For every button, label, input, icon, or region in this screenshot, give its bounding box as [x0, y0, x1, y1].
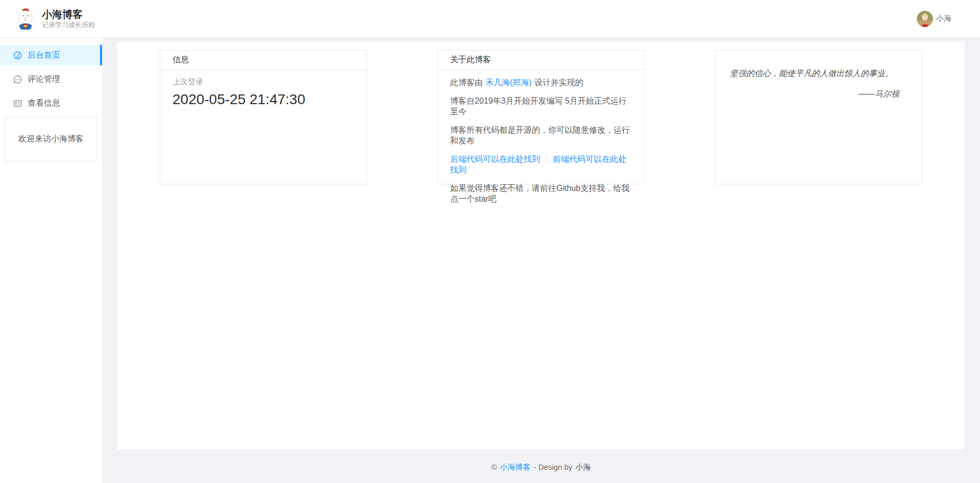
footer-site-link[interactable]: 小海博客 — [500, 463, 531, 472]
sidebar-item-dashboard[interactable]: 后台首页 — [0, 45, 102, 65]
sidebar-item-comments[interactable]: 评论管理 — [0, 69, 102, 89]
info-card-title: 信息 — [160, 51, 366, 70]
comment-icon — [13, 75, 22, 84]
cards-row: 信息 上次登录 2020-05-25 21:47:30 关于此博客 此博客由禾几… — [160, 50, 922, 184]
sidebar: 后台首页 评论管理 查看信息 — [0, 38, 102, 483]
sidebar-item-label: 查看信息 — [28, 98, 60, 109]
quote-author: ——马尔顿 — [730, 89, 908, 100]
copyright-symbol: © — [492, 463, 497, 471]
top-header: 小海博客 记录学习成长历程 小海 — [0, 0, 980, 38]
about-line-star: 如果觉得博客还不错，请前往Github支持我，给我点一个star吧 — [450, 183, 632, 204]
sidebar-item-info[interactable]: 查看信息 — [0, 93, 102, 113]
footer-middle-text: - Design by — [534, 463, 573, 471]
dashboard-icon — [13, 51, 22, 60]
main-layout: 后台首页 评论管理 查看信息 — [0, 38, 980, 483]
idcard-icon — [13, 99, 22, 108]
user-menu[interactable]: 小海 — [917, 11, 951, 27]
main-panel: 信息 上次登录 2020-05-25 21:47:30 关于此博客 此博客由禾几… — [117, 42, 965, 449]
welcome-text: 欢迎来访小海博客 — [18, 134, 84, 144]
backend-code-link[interactable]: 后端代码可以在此处找到 — [450, 155, 540, 163]
vertical-divider — [546, 156, 547, 163]
quote-card: 坚强的信心，能使平凡的人做出惊人的事业。 ——马尔顿 — [715, 50, 922, 184]
user-name: 小海 — [936, 14, 951, 23]
about-line-history: 博客自2019年3月开始开发编写 5月开始正式运行至今 — [450, 95, 632, 117]
about-line-author: 此博客由禾几海(郑海)设计并实现的 — [450, 77, 632, 88]
about-card: 关于此博客 此博客由禾几海(郑海)设计并实现的 博客自2019年3月开始开发编写… — [437, 50, 645, 184]
sidebar-item-label: 评论管理 — [28, 74, 60, 85]
info-card: 信息 上次登录 2020-05-25 21:47:30 — [160, 50, 367, 184]
welcome-box: 欢迎来访小海博客 — [5, 117, 97, 161]
author-link[interactable]: 禾几海(郑海) — [485, 78, 532, 87]
content-area: 信息 上次登录 2020-05-25 21:47:30 关于此博客 此博客由禾几… — [102, 38, 980, 483]
site-subtitle: 记录学习成长历程 — [42, 20, 95, 30]
user-avatar[interactable] — [917, 11, 933, 27]
about-card-title: 关于此博客 — [438, 51, 644, 70]
footer-author: 小海 — [575, 463, 591, 472]
site-title: 小海博客 — [42, 8, 95, 20]
last-login-value: 2020-05-25 21:47:30 — [173, 90, 354, 109]
sidebar-item-label: 后台首页 — [28, 50, 60, 61]
site-logo-icon — [15, 8, 36, 30]
last-login-label: 上次登录 — [173, 77, 354, 87]
quote-text: 坚强的信心，能使平凡的人做出惊人的事业。 — [730, 68, 908, 79]
brand[interactable]: 小海博客 记录学习成长历程 — [15, 8, 95, 30]
about-line-opensource: 博客所有代码都是开源的，你可以随意修改，运行和发布 — [450, 125, 632, 146]
page-footer: © 小海博客 - Design by 小海 — [102, 449, 980, 483]
about-line-links: 后端代码可以在此处找到前端代码可以在此处找到 — [450, 154, 632, 175]
